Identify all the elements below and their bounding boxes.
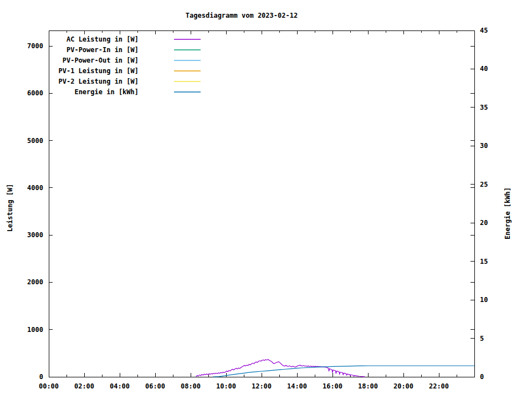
chart-canvas: Tagesdiagramm vom 2023-02-12 Leistung [W… xyxy=(0,0,532,399)
y-left-tick-label: 1000 xyxy=(27,326,43,334)
series-ac-leistung-in-w xyxy=(196,359,365,376)
y-right-tick-label: 40 xyxy=(480,65,488,73)
x-tick-label: 12:00 xyxy=(252,382,272,390)
legend-label-pv-1-leistung-in-w: PV-1 Leistung in [W] xyxy=(59,67,139,75)
y-left-tick-label: 2000 xyxy=(27,278,43,286)
x-tick-label: 06:00 xyxy=(145,382,165,390)
y-left-tick-label: 5000 xyxy=(27,137,43,145)
y-left-tick-label: 3000 xyxy=(27,231,43,239)
y-right-tick-label: 10 xyxy=(480,296,488,304)
legend-label-energie-in-kwh: Energie in [kWh] xyxy=(74,88,139,96)
y-right-tick-label: 45 xyxy=(480,27,488,34)
x-tick-label: 14:00 xyxy=(287,382,307,390)
y-right-tick-label: 15 xyxy=(480,258,488,265)
x-tick-label: 10:00 xyxy=(216,382,236,390)
y-left-tick-label: 4000 xyxy=(27,184,43,192)
plot-area: 00:0002:0004:0006:0008:0010:0012:0014:00… xyxy=(0,0,532,399)
legend-label-pv-power-in-in-w: PV-Power-In in [W] xyxy=(66,46,139,54)
x-tick-label: 22:00 xyxy=(429,382,449,390)
y-right-tick-label: 30 xyxy=(480,142,488,150)
x-tick-label: 04:00 xyxy=(110,382,130,390)
y-right-tick-label: 0 xyxy=(480,373,484,381)
x-tick-label: 08:00 xyxy=(181,382,201,390)
x-tick-label: 02:00 xyxy=(74,382,94,390)
series-energie-in-kwh xyxy=(213,366,474,377)
x-tick-label: 18:00 xyxy=(358,382,378,390)
x-tick-label: 16:00 xyxy=(323,382,342,390)
y-right-tick-label: 5 xyxy=(480,335,484,342)
y-right-tick-label: 25 xyxy=(480,181,488,188)
y-left-tick-label: 0 xyxy=(39,373,43,381)
y-left-tick-label: 7000 xyxy=(27,42,43,50)
y-left-tick-label: 6000 xyxy=(27,89,43,97)
x-tick-label: 20:00 xyxy=(393,382,413,390)
legend-label-pv-power-out-in-w: PV-Power-Out in [W] xyxy=(63,57,139,64)
legend-label-ac-leistung-in-w: AC Leistung in [W] xyxy=(66,35,139,43)
legend-label-pv-2-leistung-in-w: PV-2 Leistung in [W] xyxy=(59,78,139,85)
y-right-tick-label: 35 xyxy=(480,104,488,111)
y-right-tick-label: 20 xyxy=(480,219,488,227)
x-tick-label: 00:00 xyxy=(39,382,59,390)
